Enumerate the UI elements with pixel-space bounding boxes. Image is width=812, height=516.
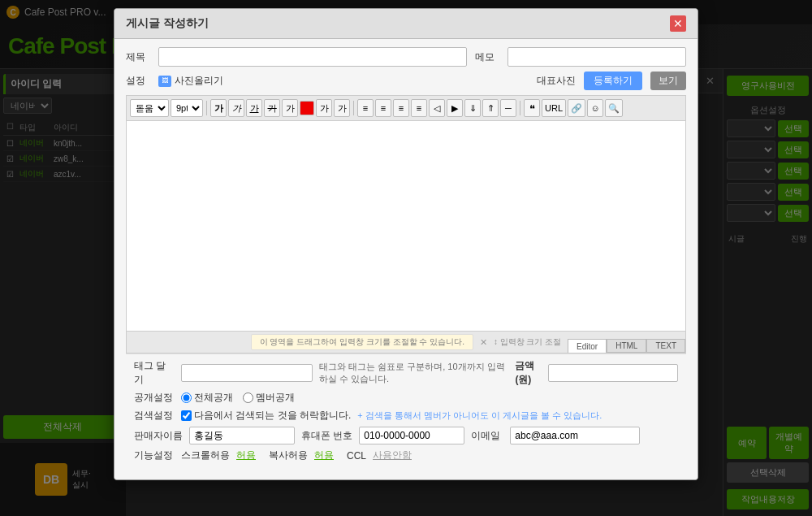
modal-overlay: 게시글 작성하기 ✕ 제목 메모 설정 🖼 사진올리기 <box>0 0 812 516</box>
bold-button[interactable]: 가 <box>210 99 227 117</box>
memo-input[interactable] <box>508 47 686 67</box>
tag-row: 태그 달기 태그와 태그는 쉼표로 구분하며, 10개까지 입력하실 수 있습니… <box>134 359 678 387</box>
search-desc: 다음에서 검색되는 것을 허락합니다. <box>194 409 351 423</box>
public-radio-group: 전체공개 멤버공개 <box>181 391 295 405</box>
bottom-form: 태그 달기 태그와 태그는 쉼표로 구분하며, 10개까지 입력하실 수 있습니… <box>126 353 686 471</box>
search-row: 검색설정 다음에서 검색되는 것을 허락합니다. + 검색을 통해서 멤버가 아… <box>134 409 678 423</box>
public-all-input[interactable] <box>181 392 192 403</box>
tag-desc: 태그와 태그는 쉼표로 구분하며, 10개까지 입력하실 수 있습니다. <box>319 361 508 385</box>
public-member-input[interactable] <box>243 392 253 403</box>
line-down-button[interactable]: ⇓ <box>464 99 481 117</box>
highlight2-button[interactable]: 가 <box>334 99 350 117</box>
underline-button[interactable]: 가 <box>246 99 262 117</box>
editor-content[interactable] <box>127 121 685 316</box>
rep-view-button[interactable]: 보기 <box>650 72 686 90</box>
public-all-radio[interactable]: 전체공개 <box>181 391 233 405</box>
modal-title-bar: 게시글 작성하기 ✕ <box>114 9 698 39</box>
editor-tab-html[interactable]: HTML <box>607 339 646 353</box>
align-right-button[interactable]: ≡ <box>393 99 409 117</box>
outdent-button[interactable]: ◁ <box>429 99 445 117</box>
highlight-button[interactable]: 가 <box>316 99 332 117</box>
phone-input[interactable] <box>359 427 464 444</box>
toolbar-sep-3 <box>520 101 520 115</box>
seller-input[interactable] <box>189 427 295 444</box>
public-label: 공개설정 <box>134 391 175 405</box>
search-checkbox-item[interactable]: 다음에서 검색되는 것을 허락합니다. <box>181 409 351 423</box>
editor-area[interactable] <box>126 120 686 332</box>
ccl-link[interactable]: 사용안함 <box>373 449 412 462</box>
emotion-button[interactable]: ☺ <box>587 99 603 117</box>
app-background: C Cafe Post PRO v... Cafe Post PRO 지 바로가… <box>0 0 812 516</box>
photo-upload-button[interactable]: 🖼 사진올리기 <box>158 74 223 88</box>
italic-button[interactable]: 가 <box>228 99 244 117</box>
indent-button[interactable]: ▶ <box>447 99 463 117</box>
tag-label: 태그 달기 <box>134 359 175 387</box>
title-memo-row: 제목 메모 <box>126 47 686 67</box>
scroll-link[interactable]: 허용 <box>236 449 256 462</box>
editor-tabs: Editor HTML TEXT <box>568 339 685 353</box>
seller-row: 판매자이름 휴대폰 번호 이메일 <box>134 427 678 444</box>
url-button[interactable]: URL <box>542 99 566 117</box>
title-label: 제목 <box>126 50 150 64</box>
amount-label: 금액(원) <box>515 359 542 387</box>
post-write-modal: 게시글 작성하기 ✕ 제목 메모 설정 🖼 사진올리기 <box>114 8 698 480</box>
email-label: 이메일 <box>471 429 503 443</box>
tag-input[interactable] <box>181 364 313 382</box>
resize-label: ↕ 입력창 크기 조절 <box>494 336 561 348</box>
photo-upload-label: 사진올리기 <box>175 74 223 88</box>
modal-close-button[interactable]: ✕ <box>670 15 686 32</box>
scroll-label: 스크롤허용 <box>181 449 230 462</box>
align-justify-button[interactable]: ≡ <box>411 99 427 117</box>
feature-label: 기능설정 <box>134 449 175 462</box>
underline2-button[interactable]: 가 <box>282 99 298 117</box>
strikethrough-button[interactable]: 가 <box>264 99 280 117</box>
public-row: 공개설정 전체공개 멤버공개 <box>134 391 678 405</box>
quote-button[interactable]: ❝ <box>524 99 540 117</box>
setting-label: 설정 <box>126 74 150 88</box>
rep-photo-button[interactable]: 등록하기 <box>584 72 642 90</box>
rep-photo-label: 대표사진 <box>537 74 576 88</box>
memo-label: 메모 <box>475 50 499 64</box>
public-all-label: 전체공개 <box>194 391 233 405</box>
settings-row: 설정 🖼 사진올리기 대표사진 등록하기 보기 <box>126 72 686 90</box>
resize-message: 이 영역을 드래그하여 입력창 크기를 조절할 수 있습니다. <box>251 334 473 350</box>
photo-icon: 🖼 <box>158 76 171 87</box>
search-note: + 검색을 통해서 멤버가 아니어도 이 게시글을 볼 수 있습니다. <box>357 410 602 422</box>
resize-close-button[interactable]: ✕ <box>480 337 487 348</box>
editor-toolbar: 돋움 9pt 가 가 가 가 가 가 가 ≡ ≡ <box>126 95 686 120</box>
feature-row: 기능설정 스크롤허용 허용 복사허용 허용 CCL 사용안함 <box>134 449 678 462</box>
line-up-button[interactable]: ⇑ <box>482 99 499 117</box>
toolbar-sep-1 <box>206 101 207 115</box>
public-member-label: 멤버공개 <box>256 391 295 405</box>
align-left-button[interactable]: ≡ <box>357 99 374 117</box>
link-button[interactable]: 🔗 <box>568 99 585 117</box>
hr-button[interactable]: ─ <box>500 99 516 117</box>
copy-label: 복사허용 <box>269 449 308 462</box>
search-label: 검색설정 <box>134 409 175 423</box>
font-family-select[interactable]: 돋움 <box>130 99 169 117</box>
editor-tab-text[interactable]: TEXT <box>646 339 685 353</box>
email-input[interactable] <box>510 427 640 444</box>
phone-label: 휴대폰 번호 <box>301 429 352 443</box>
copy-link[interactable]: 허용 <box>314 449 334 462</box>
font-color-picker[interactable] <box>300 101 314 115</box>
editor-resize-bar: 이 영역을 드래그하여 입력창 크기를 조절할 수 있습니다. ✕ ↕ 입력창 … <box>126 332 686 353</box>
seller-label: 판매자이름 <box>134 429 183 443</box>
editor-tab-editor[interactable]: Editor <box>568 339 607 353</box>
public-member-radio[interactable]: 멤버공개 <box>243 391 295 405</box>
font-size-select[interactable]: 9pt <box>171 99 203 117</box>
modal-title: 게시글 작성하기 <box>126 16 209 31</box>
modal-body: 제목 메모 설정 🖼 사진올리기 대표사진 등록하기 보기 <box>114 39 698 479</box>
search-checkbox[interactable] <box>181 410 192 421</box>
amount-input[interactable] <box>548 364 678 382</box>
toolbar-sep-2 <box>353 101 354 115</box>
ccl-label: CCL <box>347 450 366 462</box>
title-input[interactable] <box>158 47 467 67</box>
search-toolbar-button[interactable]: 🔍 <box>605 99 623 117</box>
align-center-button[interactable]: ≡ <box>375 99 391 117</box>
